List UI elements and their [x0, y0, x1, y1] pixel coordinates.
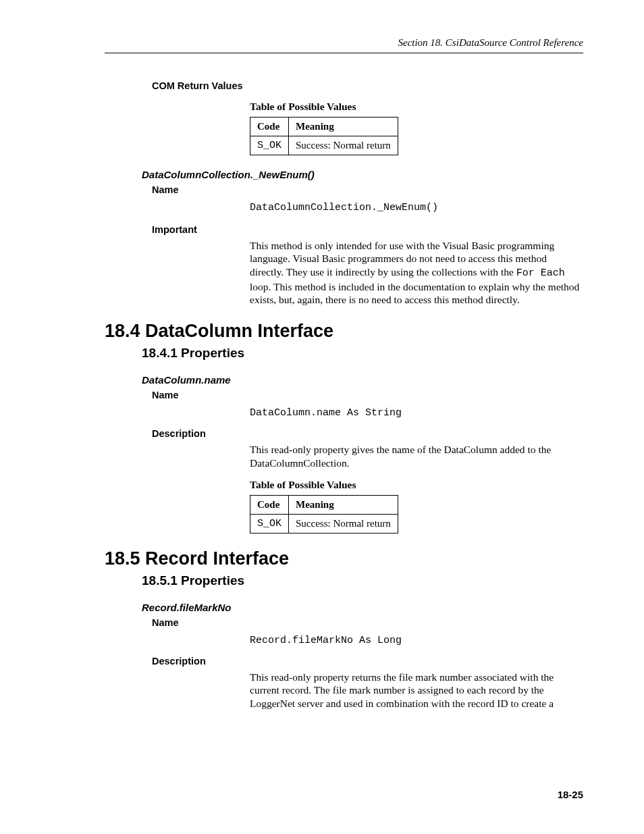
description-text-3: This read-only property returns the file…: [250, 671, 580, 710]
description-label-3: Description: [152, 656, 583, 667]
name-label-3: Name: [152, 617, 583, 628]
heading-datacolumn-properties: 18.4.1 Properties: [142, 346, 583, 361]
table1-header-meaning: Meaning: [289, 118, 398, 136]
name-code-2: DataColumn.name As String: [250, 407, 583, 419]
heading-datacolumn-interface: 18.4 DataColumn Interface: [105, 321, 583, 342]
method-title-newenum: DataColumnCollection._NewEnum(): [142, 169, 583, 180]
table-caption-2: Table of Possible Values: [250, 479, 583, 491]
table2-cell-code: S_OK: [250, 515, 289, 533]
table1-cell-code: S_OK: [250, 136, 289, 155]
important-text-part2: loop. This method is included in the doc…: [250, 281, 579, 305]
table2-header-meaning: Meaning: [289, 496, 398, 515]
method-title-record-filemarkno: Record.fileMarkNo: [142, 602, 583, 613]
important-text-mono: For Each: [516, 267, 565, 279]
page-number: 18-25: [558, 789, 583, 800]
table2-header-code: Code: [250, 496, 289, 515]
important-text-part1: This method is only intended for use wit…: [250, 240, 554, 278]
description-text-2: This read-only property gives the name o…: [250, 443, 580, 469]
important-text: This method is only intended for use wit…: [250, 239, 580, 306]
description-label-2: Description: [152, 428, 583, 439]
possible-values-table-1: Code Meaning S_OK Success: Normal return: [250, 117, 398, 155]
name-code-3: Record.fileMarkNo As Long: [250, 635, 583, 646]
page-header: Section 18. CsiDataSource Control Refere…: [105, 37, 583, 53]
heading-record-properties: 18.5.1 Properties: [142, 573, 583, 588]
heading-record-interface: 18.5 Record Interface: [105, 548, 583, 569]
table2-cell-meaning: Success: Normal return: [289, 515, 398, 533]
name-label-1: Name: [152, 184, 583, 195]
table1-cell-meaning: Success: Normal return: [289, 136, 398, 155]
name-code-1: DataColumnCollection._NewEnum(): [250, 202, 583, 213]
table1-header-code: Code: [250, 118, 289, 136]
name-label-2: Name: [152, 390, 583, 400]
method-title-datacolumn-name: DataColumn.name: [142, 374, 583, 386]
table-caption-1: Table of Possible Values: [250, 101, 583, 113]
possible-values-table-2: Code Meaning S_OK Success: Normal return: [250, 495, 398, 533]
com-return-values-heading: COM Return Values: [152, 80, 583, 91]
important-label: Important: [152, 224, 583, 235]
